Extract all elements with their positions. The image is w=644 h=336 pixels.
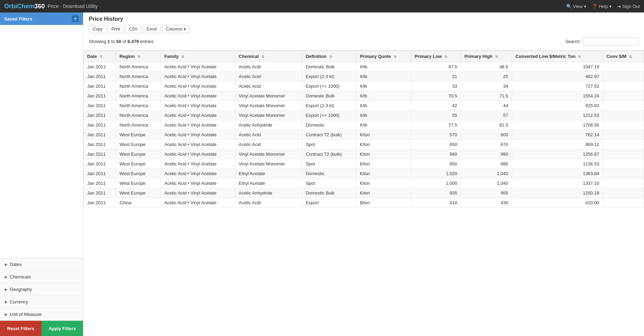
csv-button[interactable]: CSV [125,25,142,33]
filter-chemicals[interactable]: ▶ Chemicals [0,271,83,283]
filter-dates[interactable]: ▶ Dates [0,258,83,271]
table-cell: Acetic Acid • Vinyl Acetate [161,188,235,198]
table-cell: 850 [411,159,461,169]
col-date[interactable]: Date ⇅ [84,51,116,62]
col-primary-quote[interactable]: Primary Quote ⇅ [356,51,411,62]
excel-button[interactable]: Excel [143,25,160,33]
col-region[interactable]: Region ⇅ [116,51,161,62]
main-content: Price History Copy Print CSV Excel Colum… [83,12,644,336]
table-cell [603,81,644,91]
help-menu[interactable]: ❓ Help ▾ [592,4,612,9]
help-icon: ❓ [592,4,597,9]
table-cell: 1,040 [461,169,512,179]
col-primary-high[interactable]: Primary High ⇅ [461,51,512,62]
table-cell: North America [116,120,161,130]
table-row: Jan 2011North AmericaAcetic Acid • Vinyl… [84,111,644,120]
sidebar-spacer [0,25,83,258]
table-header-row: Date ⇅ Region ⇅ Family ⇅ Chemical ⇅ Defi… [84,51,644,62]
col-converted-low[interactable]: Converted Low $/Metric Ton ⇅ [512,51,603,62]
table-cell: West Europe [116,179,161,188]
columns-button[interactable]: Columns ▾ [162,25,190,33]
table-cell [603,188,644,198]
table-cell: ¢/lb [356,91,411,101]
table-cell: Acetic Acid [235,140,302,149]
table-cell: 410.00 [512,198,603,208]
table-cell: 70.5 [411,91,461,101]
col-chemical[interactable]: Chemical ⇅ [235,51,302,62]
table-cell: Domestic [302,169,356,179]
table-cell: Acetic Acid • Vinyl Acetate [161,198,235,208]
region-sort-icon: ⇅ [137,55,140,59]
signout-link[interactable]: ➜ Sign Out [617,4,640,9]
table-cell: $/ton [356,198,411,208]
table-cell: North America [116,111,161,120]
table-cell: Ethyl Acetate [235,169,302,179]
table-cell: North America [116,72,161,81]
definition-sort-icon: ⇅ [329,55,332,59]
logo: OrbiChem360 [4,3,45,10]
table-cell: ¢/lb [356,120,411,130]
col-primary-low[interactable]: Primary Low ⇅ [411,51,461,62]
table-cell: 57 [461,111,512,120]
filter-geography[interactable]: ▶ Geography [0,283,83,296]
table-cell: Acetic Acid • Vinyl Acetate [161,120,235,130]
chemical-sort-icon: ⇅ [261,55,264,59]
table-cell: West Europe [116,149,161,159]
table-cell: Acetic Anhydride [235,120,302,130]
dates-arrow-icon: ▶ [5,262,8,266]
table-cell: €/ton [356,179,411,188]
table-row: Jan 2011West EuropeAcetic Acid • Vinyl A… [84,179,644,188]
col-conv-sm[interactable]: Conv $/M ⇅ [603,51,644,62]
table-cell: €/ton [356,149,411,159]
primary-low-sort-icon: ⇅ [444,55,447,59]
filter-unit-of-measure[interactable]: ▶ Unit of Measure [0,308,83,321]
table-cell: Jan 2011 [84,198,116,208]
table-cell: 1,000 [411,179,461,188]
table-cell [603,120,644,130]
table-cell: Acetic Acid • Vinyl Acetate [161,62,235,72]
view-icon: 🔍 [566,4,572,9]
filter-currency[interactable]: ▶ Currency [0,296,83,308]
add-filter-button[interactable]: + [72,15,79,22]
showing-text: Showing 1 to 50 of 6,479 entries [89,39,154,44]
col-definition[interactable]: Definition ⇅ [302,51,356,62]
table-cell: Acetic Acid • Vinyl Acetate [161,140,235,149]
reset-filters-button[interactable]: Reset Filters [0,321,42,336]
table-cell [603,159,644,169]
table-cell: Contract T2 (bulk) [302,149,356,159]
table-cell: Domestic Bulk [302,188,356,198]
copy-button[interactable]: Copy [89,25,106,33]
table-cell: Acetic Acid • Vinyl Acetate [161,159,235,169]
table-cell [603,101,644,111]
table-row: Jan 2011North AmericaAcetic Acid • Vinyl… [84,72,644,81]
search-input[interactable] [583,37,638,45]
family-sort-icon: ⇅ [181,55,184,59]
table-cell: Jan 2011 [84,72,116,81]
table-cell: 727.52 [512,81,603,91]
app-subtitle: Price - Download Utility [48,3,98,9]
table-cell: Acetic Acid [235,62,302,72]
table-cell: Jan 2011 [84,101,116,111]
col-family[interactable]: Family ⇅ [161,51,235,62]
table-cell: 990 [461,149,512,159]
table-cell: €/ton [356,159,411,169]
table-cell: 1212.53 [512,111,603,120]
sidebar: Saved Filters + ▶ Dates ▶ Chemicals ▶ Ge… [0,12,83,336]
table-row: Jan 2011North AmericaAcetic Acid • Vinyl… [84,101,644,111]
table-cell: Vinyl Acetate Monomer [235,91,302,101]
table-cell: Acetic Acid • Vinyl Acetate [161,179,235,188]
table-cell: 48.5 [461,62,512,72]
apply-filters-button[interactable]: Apply Filters [42,321,83,336]
view-menu[interactable]: 🔍 View ▾ [566,4,586,9]
table-cell [603,130,644,140]
table-cell: Vinyl Acetate Monomer [235,149,302,159]
primary-high-sort-icon: ⇅ [495,55,498,59]
table-cell: Export (<= 1000) [302,81,356,91]
filter-chemicals-label: Chemicals [10,274,31,279]
table-cell: Spot [302,159,356,169]
table-cell: 925.93 [512,101,603,111]
print-button[interactable]: Print [108,25,124,33]
table-cell [603,91,644,101]
table-cell: Export (2-3 kt) [302,72,356,81]
table-cell: €/ton [356,130,411,140]
